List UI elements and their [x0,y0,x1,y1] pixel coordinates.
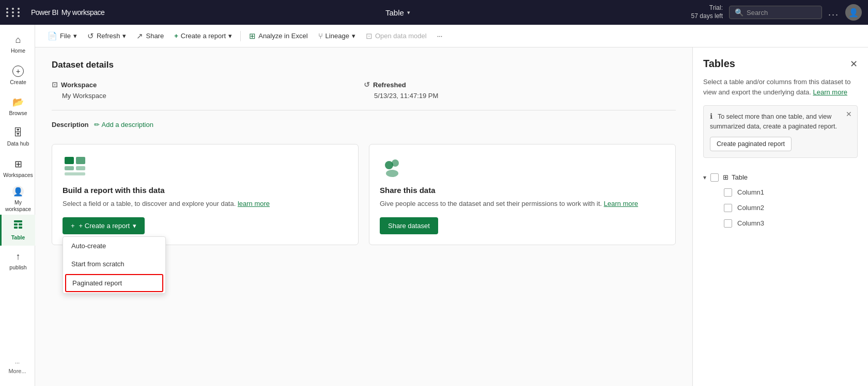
workspaces-icon: ⊞ [14,158,22,170]
workspace-value: My Workspace [52,92,364,100]
sidebar-item-home[interactable]: ⌂ Home [0,29,35,60]
sidebar-more[interactable]: ··· More... [0,354,35,380]
main-column: 📄 File ▾ ↺ Refresh ▾ ↗ Share + Create a … [35,25,868,386]
table-chevron-icon: ▾ [407,9,410,16]
lineage-button[interactable]: ⑂ Lineage ▾ [314,29,360,43]
create-plus-icon: + [174,32,178,40]
svg-rect-0 [14,220,22,222]
dropdown-paginated-report[interactable]: Paginated report [65,274,163,292]
panel-desc: Select a table and/or columns from this … [703,77,858,97]
add-description-link[interactable]: ✏ Add a description [94,121,153,128]
create-paginated-button[interactable]: Create paginated report [710,137,792,151]
table-selector[interactable]: Table ▾ [111,8,685,17]
dropdown-auto-create[interactable]: Auto-create [63,237,165,255]
create-icon: + [12,66,24,77]
table-icon [13,219,23,232]
info-box-close-button[interactable]: ✕ [846,110,852,118]
info-box-text: To select more than one table, and view … [710,113,837,130]
analyze-excel-button[interactable]: ⊞ Analyze in Excel [245,29,312,43]
sidebar-item-publish[interactable]: ↑ publish [0,246,35,277]
toolbar-separator [240,31,241,41]
sidebar-item-datahub[interactable]: 🗄 Data hub [0,122,35,153]
build-card-title: Build a report with this data [63,186,348,195]
refresh-button[interactable]: ↺ Refresh ▾ [83,29,131,43]
top-bar-more-icon[interactable]: ... [828,7,839,18]
create-chevron-icon: ▾ [228,32,232,40]
table-grid-icon: ⊞ [723,173,729,181]
table-name-label: ⊞ Table [723,173,748,181]
column1-label: Column1 [737,188,764,196]
column-row-1: Column1 [703,185,858,200]
layout: ⌂ Home + Create 📂 Browse 🗄 Data hub ⊞ Wo… [0,25,868,386]
svg-rect-9 [65,172,85,175]
column-row-2: Column2 [703,200,858,216]
create-report-wrapper: + + Create a report ▾ Auto-create Start … [63,217,145,234]
file-chevron-icon: ▾ [73,32,77,40]
sidebar-item-browse[interactable]: 📂 Browse [0,91,35,122]
column3-checkbox[interactable] [724,219,732,228]
column1-checkbox[interactable] [724,188,732,197]
panel-close-button[interactable]: ✕ [850,58,858,70]
table-expand-row[interactable]: ▾ ⊞ Table [703,170,858,185]
refresh-icon: ↺ [87,31,94,41]
svg-rect-2 [19,223,22,226]
build-report-card: Build a report with this data Select a f… [52,144,359,245]
sidebar-item-workspaces[interactable]: ⊞ Workspaces [0,153,35,184]
top-bar: Power BIMy workspace Table ▾ Trial: 57 d… [0,0,868,25]
svg-rect-1 [14,223,18,226]
panel-title: Tables [703,58,735,70]
search-box[interactable]: 🔍 [729,6,822,19]
refresh-chevron-icon: ▾ [122,32,126,40]
trial-badge: Trial: 57 days left [691,4,723,20]
publish-icon: ↑ [16,251,21,262]
description-row: Description ✏ Add a description [52,121,676,128]
file-icon: 📄 [48,31,57,41]
sidebar-item-table[interactable]: Table [0,215,35,246]
svg-point-11 [392,159,399,167]
create-report-dropdown: Auto-create Start from scratch Paginated… [63,236,166,294]
create-report-button[interactable]: + + Create a report ▾ [63,217,145,234]
file-button[interactable]: 📄 File ▾ [43,29,81,43]
share-learn-more-link[interactable]: Learn more [604,200,638,207]
toolbar-more-button[interactable]: ··· [433,29,447,42]
svg-rect-5 [65,157,74,164]
column2-checkbox[interactable] [724,204,732,212]
app-grid-icon[interactable] [6,8,22,17]
share-card-title: Share this data [380,186,665,195]
model-icon: ⊡ [366,31,373,41]
toolbar: 📄 File ▾ ↺ Refresh ▾ ↗ Share + Create a … [35,25,868,47]
app-logo: Power BIMy workspace [28,8,104,17]
share-button[interactable]: ↗ Share [132,29,168,43]
cards-area: Build a report with this data Select a f… [52,144,676,245]
refresh-status-icon: ↺ [364,81,370,89]
more-label: More... [8,368,26,374]
build-card-desc: Select a field or a table, to discover a… [63,199,348,209]
panel-header: Tables ✕ [703,58,858,70]
browse-icon: 📂 [12,96,24,108]
svg-point-12 [386,170,398,177]
lineage-icon: ⑂ [318,31,323,40]
table-checkbox[interactable] [710,173,719,182]
create-report-toolbar-button[interactable]: + Create a report ▾ [170,29,236,42]
share-icon: ↗ [136,31,143,41]
open-model-button[interactable]: ⊡ Open data model [362,29,431,43]
dataset-section-title: Dataset details [52,60,676,70]
column2-label: Column2 [737,204,764,212]
panel-learn-more-link[interactable]: Learn more [813,88,847,96]
search-input[interactable] [747,9,816,17]
dropdown-start-scratch[interactable]: Start from scratch [63,255,165,273]
svg-rect-7 [65,166,74,170]
svg-rect-4 [19,227,22,229]
column-row-3: Column3 [703,216,858,231]
sidebar-item-myworkspace[interactable]: 👤 My workspace [0,184,35,215]
avatar[interactable]: 👤 [845,4,862,21]
build-learn-more-link[interactable]: learn more [238,200,270,207]
refreshed-block: ↺ Refreshed 5/13/23, 11:47:19 PM [364,81,676,100]
svg-rect-6 [76,157,85,164]
sidebar-item-create[interactable]: + Create [0,60,35,91]
details-grid: ⊡ Workspace My Workspace ↺ Refreshed 5/1… [52,81,676,110]
share-dataset-button[interactable]: Share dataset [380,217,438,234]
workspace-label-row: ⊡ Workspace [52,81,364,89]
main-content: Dataset details ⊡ Workspace My Workspace… [35,47,868,386]
svg-rect-8 [76,166,85,170]
